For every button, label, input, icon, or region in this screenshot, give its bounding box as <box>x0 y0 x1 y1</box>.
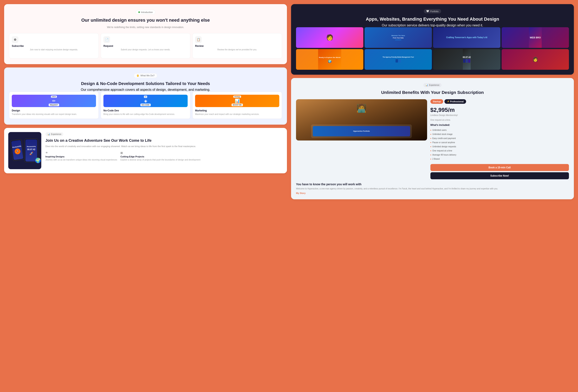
review-icon: 📋 <box>195 36 202 43</box>
nocode-preview: ⬡ ◈ NO-CODE <box>103 95 188 107</box>
badge-dot <box>138 11 140 13</box>
intro-desc: We're redefining the limits, setting new… <box>9 25 282 29</box>
sub-bottom: You have to know the person you will wor… <box>296 183 569 194</box>
portfolio-item-1: 🧑 <box>296 27 363 48</box>
price-note-2: One request at a time. <box>431 119 569 121</box>
tab-startup[interactable]: Startup <box>431 99 443 104</box>
design-label: REQUEST <box>49 104 59 106</box>
left-column: Introduction Our unlimited design ensure… <box>4 4 287 388</box>
portfolio-item-6-text: The Agency-Friendly Media Management Too… <box>382 55 415 63</box>
subscribe-now-button[interactable]: Subscribe Now! <box>431 172 569 179</box>
request-icon: 📄 <box>103 36 110 43</box>
services-grid: UI/UX ✏ REQUEST Design Transform your id… <box>9 92 282 119</box>
portfolio-title: Apps, Websites, Branding Everything You … <box>296 16 569 22</box>
marketing-label: BOOST ME <box>232 104 243 106</box>
showreel-feat-1: 👁 Inspiring Designs Journey with us as w… <box>46 151 117 164</box>
feature-subscribe: ⚙ Subscribe Join now to start enjoying e… <box>9 33 99 58</box>
included-title: What's included: <box>431 124 569 127</box>
portfolio-card: 🤍 Portfolio Apps, Websites, Branding Eve… <box>291 4 574 75</box>
service-nocode: ⬡ ◈ NO-CODE No-Code Dev Bring your visio… <box>101 92 190 119</box>
design-icon: ✏ <box>52 98 56 103</box>
showreel-feat-2: ▦ Cutting-Edge Projects Explore a divers… <box>120 151 200 164</box>
phone-left: RocketVPN 🚀 <box>10 139 24 161</box>
feature-subscribe-desc: Join now to start enjoying exclusive des… <box>12 48 96 51</box>
portfolio-item-7: 00.07.42 <box>433 49 500 70</box>
phone-avatar: 🚀 <box>14 148 21 155</box>
portfolio-item-2-text: Maximize The Value From Your Data <box>390 34 406 41</box>
portfolio-person-icon: 🧑 <box>326 34 333 41</box>
service-design-desc: Transform your ideas into stunning visua… <box>12 113 96 116</box>
sub-image-inner: Hyperactive Portfolio 🧑‍💻 <box>296 99 427 140</box>
design-preview: UI/UX ✏ REQUEST <box>12 95 96 107</box>
feat-2-title: Cutting-Edge Projects <box>120 155 200 158</box>
benefit-1: Unlimited users <box>431 128 569 132</box>
portfolio-item-5-text: Ready to Explore the World <box>318 56 341 59</box>
sub-laptop-preview: Hyperactive Portfolio <box>311 124 412 138</box>
design-preview-top: UI/UX <box>51 95 57 98</box>
feature-review-title: Review <box>195 44 279 47</box>
what-desc: Our comprehensive approach covers all as… <box>9 88 282 92</box>
service-design-title: Design <box>12 109 96 112</box>
feat-1-title: Inspiring Designs <box>46 155 117 158</box>
portfolio-item-4-text: WEB BRO <box>529 36 541 40</box>
service-marketing: Strategy 📊 BOOST ME Marketing Maximize y… <box>193 92 282 119</box>
portfolio-item-3-text: Crafting Tomorrow's Apps with Today's AI <box>445 35 488 40</box>
subscribe-icon: ⚙ <box>12 36 18 43</box>
showreel-title: Join Us on a Creative Adventure See Our … <box>46 138 283 143</box>
eye-icon: 👁 <box>46 151 48 154</box>
showreel-phones: RocketVPN 🚀 RocketVPN 00.07.42 🚀 🌍 <box>8 132 41 169</box>
plan-tabs: Startup Professional <box>431 99 569 104</box>
sub-bottom-desc: Welcome to Hyperactive, a one-man agency… <box>296 187 569 190</box>
subscription-card: 📊 Experience Unlimited Benefits With You… <box>291 78 574 199</box>
portfolio-desc: Our subscription service delivers top-qu… <box>296 24 569 27</box>
tab-professional[interactable]: Professional <box>444 99 466 104</box>
what-title: Design & No-Code Development Solutions T… <box>9 81 282 86</box>
showreel-card: RocketVPN 🚀 RocketVPN 00.07.42 🚀 🌍 📊 Exp <box>4 128 287 173</box>
showreel-desc: Dive into the world of creativity and in… <box>46 145 283 148</box>
price-display: $2,995/m <box>431 107 569 113</box>
price-note-1: Limitless Design Membership! <box>431 114 569 116</box>
rocket-icon: 🚀 <box>29 151 33 155</box>
earth-icon: 🌍 <box>35 158 41 163</box>
portfolio-item-4: WEB BRO <box>502 27 569 48</box>
service-marketing-title: Marketing <box>195 109 279 112</box>
marketing-preview: Strategy 📊 BOOST ME <box>195 95 279 107</box>
nocode-preview-top: ⬡ <box>144 95 147 98</box>
service-marketing-desc: Maximize your reach and impact with our … <box>195 113 279 116</box>
marketing-icon: 📊 <box>235 98 240 103</box>
feature-request-title: Request <box>103 44 188 47</box>
service-nocode-desc: Bring your visions to life with our cutt… <box>103 113 188 116</box>
benefit-5: Unlimited design requests <box>431 145 569 149</box>
service-nocode-title: No-Code Dev <box>103 109 188 112</box>
cta-buttons: Book a 15-min Call Subscribe Now! <box>431 164 569 179</box>
what-badge: 🖐 What We Do? <box>134 73 157 78</box>
nocode-label: NO-CODE <box>140 104 151 106</box>
phone-logo-left: RocketVPN <box>12 145 21 148</box>
service-design: UI/UX ✏ REQUEST Design Transform your id… <box>9 92 99 119</box>
portfolio-timer: 00.07.42 <box>463 56 471 58</box>
portfolio-person2-icon: 👩 <box>532 57 538 62</box>
phone-logo-center: RocketVPN <box>27 146 36 147</box>
portfolio-item-6: The Agency-Friendly Media Management Too… <box>365 49 432 70</box>
sub-bottom-title: You have to know the person you will wor… <box>296 183 569 186</box>
sub-title: Unlimited Benefits With Your Design Subs… <box>296 89 569 95</box>
feature-request: 📄 Request Submit your design requests. L… <box>101 33 190 58</box>
globe-icon: 🌍 <box>328 60 332 63</box>
my-story-link[interactable]: My Story <box>296 192 569 194</box>
portfolio-grid: 🧑 Maximize The Value From Your Data Craf… <box>296 27 569 70</box>
feature-review: 📋 Review Review the designs we've provid… <box>193 33 282 58</box>
portfolio-item-5: Ready to Explore the World 🌍 <box>296 49 363 70</box>
grid-icon: ▦ <box>120 151 123 154</box>
marketing-preview-top: Strategy <box>233 95 241 98</box>
right-column: 🤍 Portfolio Apps, Websites, Branding Eve… <box>291 4 574 388</box>
features-grid: ⚙ Subscribe Join now to start enjoying e… <box>9 33 282 58</box>
feat-2-desc: Explore a diverse array of projects that… <box>120 158 200 161</box>
benefit-2: Unlimited stock image <box>431 132 569 136</box>
sub-content: Hyperactive Portfolio 🧑‍💻 Startup Profes… <box>296 99 569 179</box>
sub-image: Hyperactive Portfolio 🧑‍💻 <box>296 99 427 140</box>
benefit-3: Easy credit-card payment <box>431 136 569 140</box>
intro-badge: Introduction <box>136 10 155 14</box>
book-call-button[interactable]: Book a 15-min Call <box>431 164 569 171</box>
person-working-icon: 🧑‍💻 <box>356 103 367 113</box>
portfolio-item-2: Maximize The Value From Your Data <box>365 27 432 48</box>
